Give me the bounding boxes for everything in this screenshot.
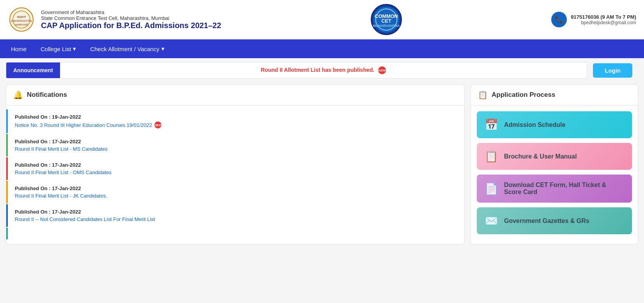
phone-number: 9175176036 (9 AM To 7 PM)	[571, 14, 636, 20]
chevron-down-icon: ▾	[73, 45, 76, 52]
notifications-panel: 🔔 Notifications Published On : 19-Jan-20…	[6, 84, 465, 244]
cet-logo: COMMON CET MAHARASHTRA	[371, 4, 402, 35]
brochure-icon: 📋	[485, 150, 498, 163]
svg-text:सत्यमेव जयते: सत्यमेव जयते	[14, 23, 28, 26]
header-line1: Government of Maharashtra	[41, 9, 221, 15]
notification-item: Published On : 17-Jan-2022 Round II -- N…	[6, 204, 464, 227]
svg-text:MAHARASHTRA: MAHARASHTRA	[373, 24, 400, 28]
svg-text:MAHARASHTRA: MAHARASHTRA	[11, 20, 32, 22]
notification-date: Published On : 19-Jan-2022	[15, 114, 457, 120]
notifications-list: Published On : 19-Jan-2022 Notice No. 3 …	[6, 105, 464, 244]
notification-link[interactable]: Round II Final Merit List - MS Candidate…	[15, 146, 457, 152]
calendar-icon: 📅	[485, 118, 498, 131]
email-address: bpedhelpdesk@gmail.com	[571, 20, 636, 25]
announcement-label: Announcement	[6, 62, 60, 78]
announcement-text: Round II Allotment List has been publish…	[60, 66, 587, 74]
document-icon: 📄	[485, 182, 498, 195]
new-badge-icon: NEW	[154, 121, 161, 128]
header-line2: State Common Entrance Test Cell, Maharas…	[41, 15, 221, 21]
main-content: 🔔 Notifications Published On : 19-Jan-20…	[0, 80, 644, 248]
header-title: CAP Application for B.P.Ed. Admissions 2…	[41, 21, 221, 30]
new-badge: NEW	[378, 66, 386, 74]
application-process-header: 📋 Application Process	[471, 85, 638, 105]
svg-text:GOVT: GOVT	[17, 15, 26, 19]
brochure-manual-button[interactable]: 📋 Brochure & User Manual	[477, 143, 632, 170]
envelope-icon: ✉️	[485, 214, 498, 227]
notification-link[interactable]: Round II Final Merit List - OMS Candidat…	[15, 169, 457, 175]
header-contact: 📞 9175176036 (9 AM To 7 PM) bpedhelpdesk…	[551, 12, 636, 27]
notification-date: Published On : 17-Jan-2022	[15, 209, 457, 215]
contact-details: 9175176036 (9 AM To 7 PM) bpedhelpdesk@g…	[571, 14, 636, 25]
download-cet-form-button[interactable]: 📄 Download CET Form, Hall Ticket & Score…	[477, 175, 632, 203]
header-left: GOVT MAHARASHTRA सत्यमेव जयते Government…	[8, 6, 221, 33]
nav-check-allotment[interactable]: Check Allotment / Vacancy ▾	[83, 41, 171, 57]
notification-link[interactable]: Round II Final Merit List - JK Candidate…	[15, 193, 457, 199]
govt-gazettes-button[interactable]: ✉️ Government Gazettes & GRs	[477, 207, 632, 234]
login-button[interactable]: Login	[593, 63, 632, 78]
notification-item	[6, 228, 464, 239]
notifications-title: Notifications	[27, 91, 67, 99]
notification-item: Published On : 17-Jan-2022 Round II Fina…	[6, 134, 464, 157]
process-buttons-list: 📅 Admission Schedule 📋 Brochure & User M…	[471, 105, 638, 240]
announcement-bar: Announcement Round II Allotment List has…	[6, 62, 587, 78]
notifications-header: 🔔 Notifications	[6, 85, 464, 105]
page-header: GOVT MAHARASHTRA सत्यमेव जयते Government…	[0, 0, 644, 39]
application-process-panel: 📋 Application Process 📅 Admission Schedu…	[471, 84, 638, 244]
notification-date: Published On : 17-Jan-2022	[15, 139, 457, 144]
phone-icon: 📞	[551, 12, 567, 27]
notification-date: Published On : 17-Jan-2022	[15, 162, 457, 168]
notification-item: Published On : 19-Jan-2022 Notice No. 3 …	[6, 109, 464, 133]
admission-schedule-button[interactable]: 📅 Admission Schedule	[477, 111, 632, 138]
nav-college-list[interactable]: College List ▾	[34, 41, 83, 57]
chevron-down-icon: ▾	[161, 45, 165, 52]
svg-text:CET: CET	[381, 18, 391, 24]
cet-logo-container: COMMON CET MAHARASHTRA	[371, 4, 402, 35]
bell-icon: 🔔	[13, 90, 23, 100]
govt-emblem: GOVT MAHARASHTRA सत्यमेव जयते	[8, 6, 35, 33]
notification-item: Published On : 17-Jan-2022 Round II Fina…	[6, 181, 464, 203]
notification-item: Published On : 17-Jan-2022 Round II Fina…	[6, 157, 464, 180]
nav-home[interactable]: Home	[4, 41, 34, 57]
process-icon: 📋	[478, 90, 488, 100]
process-title: Application Process	[492, 91, 555, 99]
header-text: Government of Maharashtra State Common E…	[41, 9, 221, 30]
notification-link[interactable]: Notice No. 3 Round III Higher Education …	[15, 121, 457, 128]
notification-link[interactable]: Round II -- Not Considered Candidates Li…	[15, 216, 457, 222]
navigation: Home College List ▾ Check Allotment / Va…	[0, 39, 644, 58]
notification-date: Published On : 17-Jan-2022	[15, 185, 457, 191]
